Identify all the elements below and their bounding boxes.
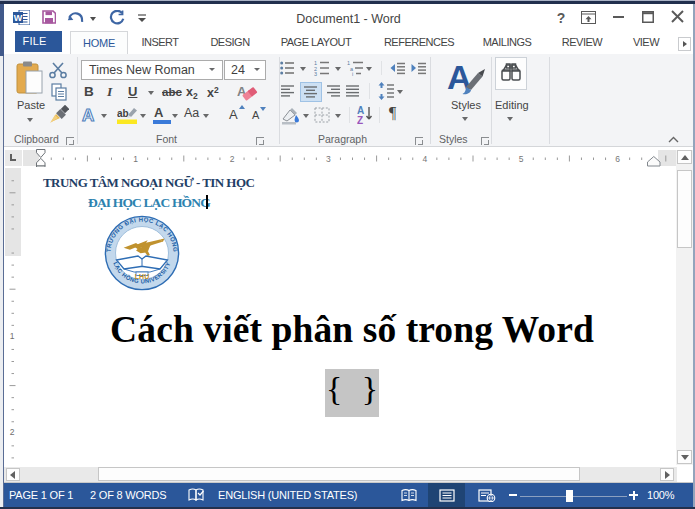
svg-text:5: 5 bbox=[519, 154, 524, 164]
svg-text:6: 6 bbox=[615, 154, 620, 164]
svg-text:2: 2 bbox=[230, 154, 235, 164]
svg-text:1: 1 bbox=[133, 154, 138, 164]
svg-text:3: 3 bbox=[326, 154, 331, 164]
svg-text:2: 2 bbox=[10, 427, 15, 437]
svg-text:W: W bbox=[14, 13, 23, 23]
svg-text:?: ? bbox=[557, 11, 566, 25]
svg-text:Z: Z bbox=[357, 115, 363, 125]
svg-text:A: A bbox=[82, 106, 94, 123]
svg-text:i: i bbox=[352, 71, 353, 76]
svg-text:3: 3 bbox=[314, 71, 317, 76]
svg-text:LHU: LHU bbox=[135, 273, 149, 280]
svg-text:ab: ab bbox=[117, 108, 129, 119]
svg-text:4: 4 bbox=[422, 154, 427, 164]
